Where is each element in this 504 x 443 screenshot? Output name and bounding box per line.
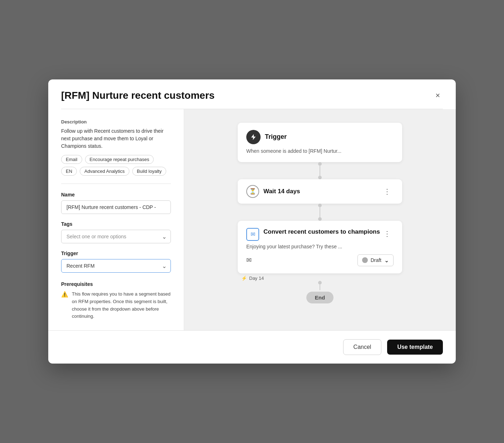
draft-circle-icon — [362, 257, 368, 263]
end-bubble: End — [306, 292, 333, 303]
trigger-card-title: Trigger — [265, 133, 287, 141]
connector-dot-4 — [318, 217, 322, 221]
convert-footer: ✉ Draft ⌄ — [246, 254, 394, 266]
trigger-select-wrapper: Recent RFM ⌄ — [61, 259, 171, 273]
tags-select[interactable]: Select one or more options — [61, 230, 171, 243]
trigger-icon-circle — [246, 130, 261, 144]
tags-select-wrapper: Select one or more options ⌄ — [61, 230, 171, 243]
warning-icon: ⚠️ — [61, 291, 68, 298]
description-text: Follow up with Recent customers to drive… — [61, 127, 171, 150]
draft-label: Draft — [371, 257, 381, 263]
tag-loyalty: Build loyalty — [132, 167, 166, 176]
trigger-card-subtitle: When someone is added to [RFM] Nurtur... — [246, 148, 394, 155]
flow-container: Trigger When someone is added to [RFM] N… — [194, 119, 446, 307]
modal-footer: Cancel Use template — [48, 330, 456, 364]
left-panel: Description Follow up with Recent custom… — [48, 109, 184, 330]
email-small-icon: ✉ — [246, 256, 252, 264]
prerequisites-text: This flow requires you to have a segment… — [72, 291, 171, 320]
description-label: Description — [61, 119, 171, 125]
connector-dot-3 — [318, 204, 322, 207]
tag-analytics: Advanced Analytics — [80, 167, 129, 176]
modal-title: [RFM] Nurture recent customers — [61, 90, 214, 101]
modal-body: Description Follow up with Recent custom… — [48, 109, 456, 330]
section-divider-1 — [61, 184, 171, 184]
convert-email-icon: ✉ — [246, 228, 259, 241]
convert-card: ✉ Convert recent customers to champions … — [238, 221, 402, 273]
prerequisites-section: Prerequisites ⚠️ This flow requires you … — [61, 281, 171, 320]
tag-email: Email — [61, 155, 82, 164]
lightning-small-icon: ⚡ — [241, 276, 247, 281]
close-button[interactable]: × — [433, 89, 443, 102]
trigger-card: Trigger When someone is added to [RFM] N… — [238, 123, 402, 162]
convert-title: Convert recent customers to champions — [263, 228, 380, 236]
modal-container: [RFM] Nurture recent customers × Descrip… — [48, 79, 456, 364]
tags-field-label: Tags — [61, 221, 171, 227]
cancel-button[interactable]: Cancel — [343, 339, 382, 355]
modal-header: [RFM] Nurture recent customers × — [48, 79, 456, 109]
name-label: Name — [61, 192, 171, 198]
use-template-button[interactable]: Use template — [387, 340, 443, 355]
draft-badge[interactable]: Draft ⌄ — [357, 254, 394, 266]
wait-title: Wait 14 days — [263, 188, 300, 195]
wait-card: ⏳ Wait 14 days ⋮ — [238, 179, 402, 204]
wait-card-left: ⏳ Wait 14 days — [246, 185, 300, 198]
tags-row: Email Encourage repeat purchases EN Adva… — [61, 155, 171, 176]
lightning-icon — [250, 133, 257, 141]
connector-line-1 — [320, 166, 320, 176]
right-panel: Trigger When someone is added to [RFM] N… — [184, 109, 456, 330]
trigger-card-header: Trigger — [246, 130, 394, 144]
clock-icon: ⏳ — [246, 185, 259, 198]
wait-more-options[interactable]: ⋮ — [381, 186, 394, 197]
draft-chevron-icon: ⌄ — [384, 257, 389, 264]
prerequisites-title: Prerequisites — [61, 281, 171, 287]
connector-dot-2 — [318, 176, 322, 179]
name-input[interactable] — [61, 200, 171, 214]
connector-line-3 — [320, 284, 320, 290]
prerequisites-body: ⚠️ This flow requires you to have a segm… — [61, 291, 171, 320]
convert-card-header: ✉ Convert recent customers to champions … — [246, 228, 394, 241]
convert-more-options[interactable]: ⋮ — [381, 228, 394, 239]
connector-dot-5 — [318, 281, 322, 284]
trigger-select[interactable]: Recent RFM — [61, 259, 171, 273]
trigger-label: Trigger — [61, 250, 171, 256]
connector-line-2 — [320, 207, 320, 217]
convert-card-title-area: ✉ Convert recent customers to champions — [246, 228, 380, 241]
tag-encourage: Encourage repeat purchases — [85, 155, 154, 164]
convert-subtitle: Enjoying your latest purchase? Try these… — [246, 244, 394, 249]
tag-en: EN — [61, 167, 77, 176]
connector-dot-1 — [318, 162, 322, 166]
day-label: Day 14 — [249, 276, 264, 281]
